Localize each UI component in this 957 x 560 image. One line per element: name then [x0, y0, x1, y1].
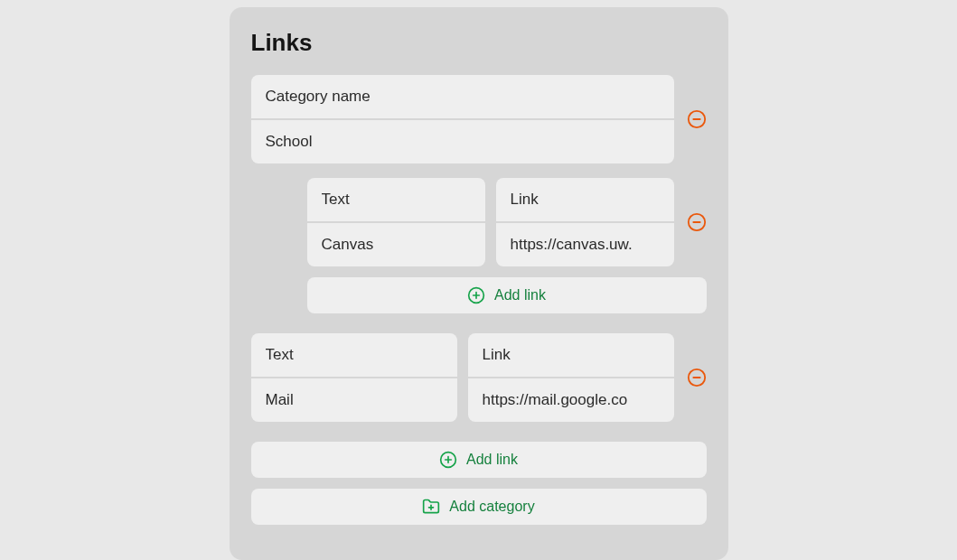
link-row	[307, 178, 707, 266]
plus-circle-icon	[439, 451, 457, 469]
remove-icon	[687, 212, 707, 232]
category-name-input[interactable]	[251, 120, 674, 163]
category-row	[251, 75, 707, 163]
link-url-label-input[interactable]	[496, 178, 674, 221]
remove-link-button[interactable]	[687, 212, 707, 232]
link-row	[251, 333, 707, 422]
add-category-button[interactable]: Add category	[251, 489, 707, 525]
remove-icon	[687, 368, 707, 387]
remove-icon	[687, 109, 707, 129]
link-text-input[interactable]	[307, 223, 485, 266]
folder-plus-icon	[422, 498, 440, 516]
link-url-input[interactable]	[468, 378, 674, 422]
remove-link-button[interactable]	[687, 368, 707, 387]
add-link-label: Add link	[466, 452, 518, 468]
link-text-input[interactable]	[251, 378, 457, 422]
page-title: Links	[251, 29, 707, 57]
remove-category-button[interactable]	[687, 109, 707, 129]
category-name-group	[251, 75, 674, 163]
add-category-label: Add category	[449, 499, 534, 515]
link-text-label-input[interactable]	[307, 178, 485, 221]
category-links: Add link	[251, 178, 707, 313]
link-text-label-input[interactable]	[251, 333, 457, 377]
orphan-links	[251, 333, 707, 422]
add-link-button[interactable]: Add link	[307, 277, 707, 313]
links-panel: Links	[230, 7, 728, 560]
link-pair	[307, 178, 674, 266]
link-url-input[interactable]	[496, 223, 674, 266]
link-pair	[251, 333, 674, 422]
plus-circle-icon	[467, 286, 485, 304]
add-link-button[interactable]: Add link	[251, 442, 707, 478]
category-name-label-input[interactable]	[251, 75, 674, 118]
link-url-label-input[interactable]	[468, 333, 674, 377]
add-link-label: Add link	[494, 287, 546, 303]
